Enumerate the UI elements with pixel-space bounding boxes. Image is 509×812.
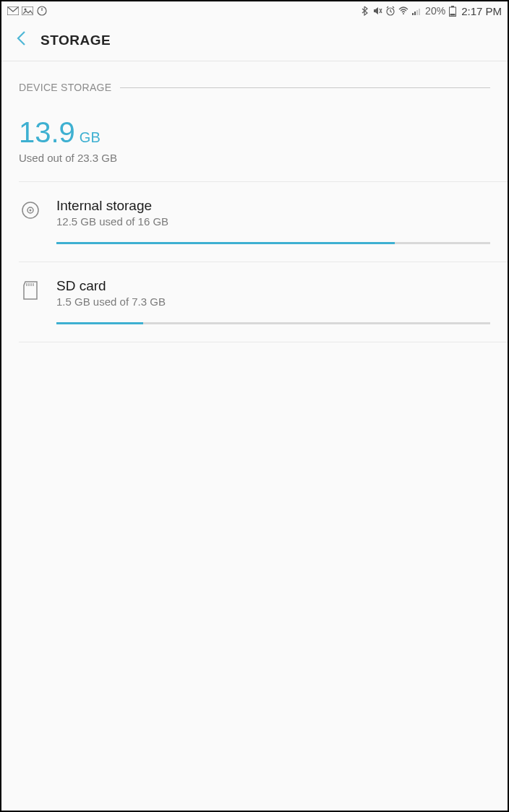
storage-item-sdcard[interactable]: SD card 1.5 GB used of 7.3 GB bbox=[1, 262, 508, 342]
update-icon bbox=[36, 6, 48, 16]
storage-content: SD card 1.5 GB used of 7.3 GB bbox=[56, 278, 490, 342]
signal-icon bbox=[411, 6, 422, 16]
wifi-icon bbox=[398, 6, 409, 16]
status-bar: 20% 2:17 PM bbox=[1, 1, 508, 20]
storage-item-internal[interactable]: Internal storage 12.5 GB used of 16 GB bbox=[1, 182, 508, 262]
summary-value: 13.9 GB bbox=[19, 116, 490, 149]
status-right-icons: 20% 2:17 PM bbox=[359, 5, 502, 17]
app-bar: STORAGE bbox=[1, 20, 508, 61]
progress-bar bbox=[56, 242, 490, 244]
storage-sub: 1.5 GB used of 7.3 GB bbox=[56, 295, 490, 308]
gallery-icon bbox=[22, 6, 33, 16]
svg-rect-12 bbox=[450, 14, 455, 16]
back-button[interactable] bbox=[16, 30, 26, 51]
storage-sub: 12.5 GB used of 16 GB bbox=[56, 215, 490, 228]
battery-percent: 20% bbox=[425, 5, 445, 17]
mail-icon bbox=[7, 6, 19, 16]
svg-rect-9 bbox=[419, 9, 420, 15]
status-left-icons bbox=[7, 6, 48, 16]
progress-fill bbox=[56, 322, 143, 324]
svg-point-15 bbox=[30, 210, 32, 212]
section-header-label: DEVICE STORAGE bbox=[19, 82, 111, 93]
progress-bar bbox=[56, 322, 490, 324]
clock-time: 2:17 PM bbox=[461, 5, 502, 17]
storage-summary: 13.9 GB Used out of 23.3 GB bbox=[1, 103, 508, 181]
storage-title: SD card bbox=[56, 278, 490, 294]
alarm-icon bbox=[385, 6, 396, 16]
summary-sub: Used out of 23.3 GB bbox=[19, 152, 490, 164]
bluetooth-icon bbox=[359, 6, 370, 16]
svg-rect-8 bbox=[416, 10, 418, 15]
svg-point-5 bbox=[403, 13, 404, 14]
summary-number: 13.9 bbox=[19, 116, 75, 149]
section-header-line bbox=[120, 87, 490, 88]
mute-icon bbox=[372, 6, 383, 16]
progress-fill bbox=[56, 242, 395, 244]
disc-icon bbox=[19, 201, 42, 224]
section-header: DEVICE STORAGE bbox=[1, 61, 508, 103]
svg-point-2 bbox=[25, 9, 27, 11]
divider bbox=[19, 342, 508, 342]
storage-content: Internal storage 12.5 GB used of 16 GB bbox=[56, 198, 490, 262]
svg-rect-6 bbox=[412, 13, 414, 15]
page-title: STORAGE bbox=[40, 33, 111, 48]
svg-rect-7 bbox=[414, 12, 416, 15]
summary-unit: GB bbox=[80, 129, 100, 146]
battery-icon bbox=[447, 6, 458, 16]
storage-title: Internal storage bbox=[56, 198, 490, 214]
sd-card-icon bbox=[19, 281, 42, 304]
